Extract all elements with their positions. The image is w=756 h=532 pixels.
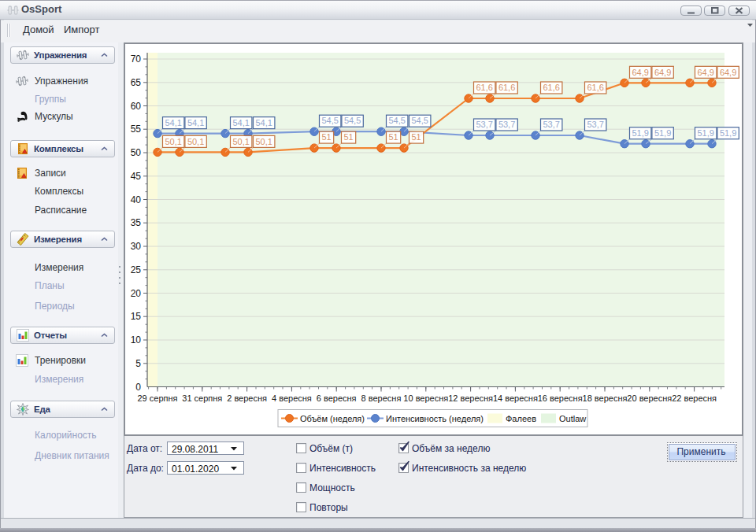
svg-text:51: 51 (388, 132, 398, 142)
svg-text:10: 10 (131, 334, 142, 345)
svg-text:Объём (неделя): Объём (неделя) (300, 414, 365, 423)
svg-text:Интенсивность (неделя): Интенсивность (неделя) (386, 414, 484, 423)
svg-text:15: 15 (131, 311, 142, 322)
svg-text:50,1: 50,1 (255, 137, 272, 146)
svg-text:54,1: 54,1 (165, 118, 181, 127)
svg-text:8 вересня: 8 вересня (361, 393, 402, 403)
svg-text:51,9: 51,9 (697, 128, 713, 138)
svg-text:53,7: 53,7 (476, 120, 492, 129)
svg-text:51: 51 (411, 132, 421, 142)
svg-text:Outlaw: Outlaw (559, 414, 586, 423)
svg-text:51,9: 51,9 (654, 128, 671, 138)
svg-text:61,6: 61,6 (498, 83, 515, 92)
svg-text:54,1: 54,1 (255, 118, 272, 127)
svg-text:0: 0 (135, 382, 141, 393)
svg-text:54,1: 54,1 (187, 118, 204, 127)
svg-text:45: 45 (131, 171, 142, 182)
svg-text:4 вересня: 4 вересня (272, 393, 312, 403)
svg-text:30: 30 (131, 241, 142, 252)
svg-text:50,1: 50,1 (165, 137, 181, 146)
svg-text:60: 60 (131, 101, 142, 112)
svg-text:64,9: 64,9 (654, 68, 671, 77)
svg-text:20: 20 (131, 288, 142, 299)
svg-text:6 вересня: 6 вересня (317, 393, 357, 403)
svg-text:14 вересня: 14 вересня (493, 393, 538, 403)
svg-text:5: 5 (135, 358, 141, 369)
svg-text:53,7: 53,7 (587, 120, 603, 129)
svg-text:20 вересня: 20 вересня (627, 393, 672, 403)
svg-text:54,5: 54,5 (388, 116, 405, 125)
svg-text:31 серпня: 31 серпня (182, 393, 222, 403)
svg-text:61,6: 61,6 (476, 83, 492, 92)
svg-text:61,6: 61,6 (587, 83, 603, 92)
svg-text:22 вересня: 22 вересня (672, 393, 717, 403)
svg-text:70: 70 (131, 54, 142, 65)
svg-text:2 вересня: 2 вересня (227, 393, 267, 403)
svg-text:64,9: 64,9 (697, 68, 713, 77)
svg-text:51: 51 (321, 132, 331, 142)
svg-text:54,5: 54,5 (321, 116, 338, 125)
svg-text:54,5: 54,5 (344, 116, 361, 125)
svg-text:50,1: 50,1 (187, 137, 204, 146)
svg-text:54,5: 54,5 (411, 116, 428, 125)
svg-text:29 серпня: 29 серпня (137, 393, 177, 403)
svg-text:25: 25 (131, 264, 142, 275)
svg-text:10 вересня: 10 вересня (403, 393, 448, 403)
svg-text:54,1: 54,1 (232, 118, 249, 127)
svg-text:64,9: 64,9 (632, 68, 648, 77)
svg-text:Фалеев: Фалеев (506, 414, 536, 423)
svg-text:64,9: 64,9 (720, 68, 736, 77)
svg-text:51,9: 51,9 (720, 128, 736, 138)
svg-text:18 вересня: 18 вересня (583, 393, 628, 403)
svg-text:55: 55 (131, 124, 142, 135)
svg-text:50: 50 (131, 147, 142, 158)
svg-text:61,6: 61,6 (543, 83, 559, 92)
svg-text:50,1: 50,1 (232, 137, 249, 146)
svg-text:35: 35 (131, 217, 142, 228)
svg-text:12 вересня: 12 вересня (448, 393, 493, 403)
svg-text:53,7: 53,7 (543, 120, 559, 129)
svg-text:51: 51 (343, 132, 353, 142)
svg-text:53,7: 53,7 (498, 120, 515, 129)
svg-text:40: 40 (131, 194, 142, 205)
svg-text:16 вересня: 16 вересня (538, 393, 583, 403)
svg-text:51,9: 51,9 (632, 128, 648, 138)
svg-text:65: 65 (131, 77, 142, 88)
